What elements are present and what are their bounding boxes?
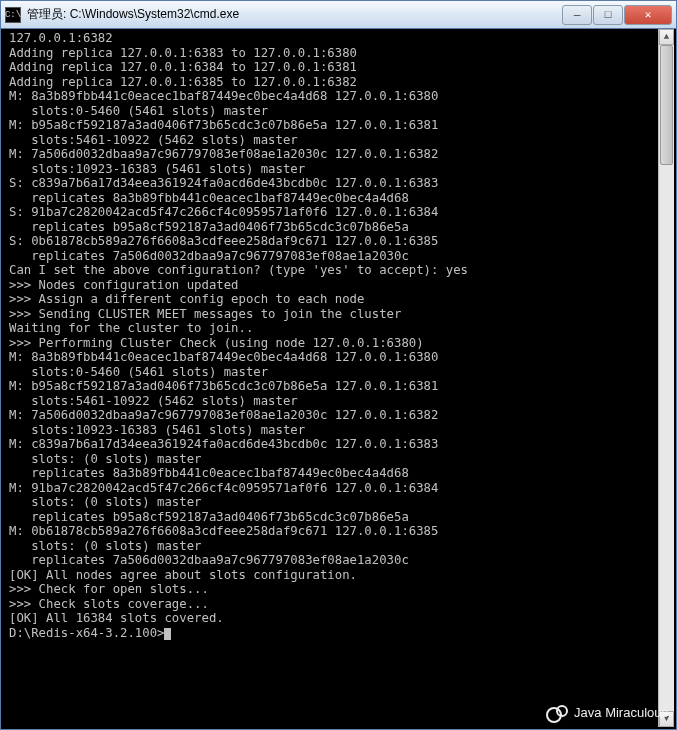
terminal-line: slots: (0 slots) master <box>9 495 652 510</box>
terminal-line: [OK] All nodes agree about slots configu… <box>9 568 652 583</box>
cmd-icon: C:\ <box>5 7 21 23</box>
titlebar[interactable]: C:\ 管理员: C:\Windows\System32\cmd.exe — □… <box>1 1 676 29</box>
terminal-line: M: b95a8cf592187a3ad0406f73b65cdc3c07b86… <box>9 379 652 394</box>
terminal-line: M: 7a506d0032dbaa9a7c967797083ef08ae1a20… <box>9 408 652 423</box>
terminal-line: [OK] All 16384 slots covered. <box>9 611 652 626</box>
terminal-line: Adding replica 127.0.0.1:6385 to 127.0.0… <box>9 75 652 90</box>
terminal-line: replicates 7a506d0032dbaa9a7c967797083ef… <box>9 553 652 568</box>
vertical-scrollbar[interactable]: ▲ ▼ <box>658 29 674 727</box>
terminal-line: M: b95a8cf592187a3ad0406f73b65cdc3c07b86… <box>9 118 652 133</box>
terminal-line: replicates 8a3b89fbb441c0eacec1baf87449e… <box>9 466 652 481</box>
terminal-line: slots:5461-10922 (5462 slots) master <box>9 394 652 409</box>
terminal-line: replicates 8a3b89fbb441c0eacec1baf87449e… <box>9 191 652 206</box>
close-button[interactable]: ✕ <box>624 5 672 25</box>
watermark: Java Miraculous <box>546 703 668 721</box>
watermark-text: Java Miraculous <box>574 705 668 720</box>
terminal-line: M: c839a7b6a17d34eea361924fa0acd6de43bcd… <box>9 437 652 452</box>
terminal-line: >>> Sending CLUSTER MEET messages to joi… <box>9 307 652 322</box>
terminal-line: M: 0b61878cb589a276f6608a3cdfeee258daf9c… <box>9 524 652 539</box>
scroll-track[interactable] <box>659 45 674 711</box>
window-title: 管理员: C:\Windows\System32\cmd.exe <box>27 6 562 23</box>
terminal-line: M: 8a3b89fbb441c0eacec1baf87449ec0bec4a4… <box>9 350 652 365</box>
terminal-line: Adding replica 127.0.0.1:6384 to 127.0.0… <box>9 60 652 75</box>
terminal-line: >>> Check for open slots... <box>9 582 652 597</box>
terminal-line: Can I set the above configuration? (type… <box>9 263 652 278</box>
terminal-line: slots:5461-10922 (5462 slots) master <box>9 133 652 148</box>
terminal-line: Waiting for the cluster to join.. <box>9 321 652 336</box>
wechat-icon <box>546 703 568 721</box>
maximize-button[interactable]: □ <box>593 5 623 25</box>
window-controls: — □ ✕ <box>562 5 672 25</box>
terminal-line: S: 91ba7c2820042acd5f47c266cf4c0959571af… <box>9 205 652 220</box>
terminal-line: >>> Assign a different config epoch to e… <box>9 292 652 307</box>
terminal-line: replicates b95a8cf592187a3ad0406f73b65cd… <box>9 510 652 525</box>
terminal-line: slots:10923-16383 (5461 slots) master <box>9 423 652 438</box>
terminal-line: M: 8a3b89fbb441c0eacec1baf87449ec0bec4a4… <box>9 89 652 104</box>
terminal-line: S: c839a7b6a17d34eea361924fa0acd6de43bcd… <box>9 176 652 191</box>
terminal-line: slots:10923-16383 (5461 slots) master <box>9 162 652 177</box>
cmd-window: C:\ 管理员: C:\Windows\System32\cmd.exe — □… <box>0 0 677 730</box>
minimize-button[interactable]: — <box>562 5 592 25</box>
terminal-output[interactable]: 127.0.0.1:6382Adding replica 127.0.0.1:6… <box>3 29 658 727</box>
terminal-line: >>> Nodes configuration updated <box>9 278 652 293</box>
scroll-thumb[interactable] <box>660 45 673 165</box>
terminal-line: replicates 7a506d0032dbaa9a7c967797083ef… <box>9 249 652 264</box>
cursor <box>164 628 171 640</box>
terminal-line: D:\Redis-x64-3.2.100> <box>9 626 652 641</box>
scroll-up-button[interactable]: ▲ <box>659 29 674 45</box>
terminal-line: M: 91ba7c2820042acd5f47c266cf4c0959571af… <box>9 481 652 496</box>
terminal-line: slots:0-5460 (5461 slots) master <box>9 365 652 380</box>
terminal-line: slots: (0 slots) master <box>9 539 652 554</box>
terminal-line: slots: (0 slots) master <box>9 452 652 467</box>
terminal-line: M: 7a506d0032dbaa9a7c967797083ef08ae1a20… <box>9 147 652 162</box>
terminal-line: 127.0.0.1:6382 <box>9 31 652 46</box>
terminal-line: Adding replica 127.0.0.1:6383 to 127.0.0… <box>9 46 652 61</box>
terminal-line: >>> Performing Cluster Check (using node… <box>9 336 652 351</box>
terminal-line: >>> Check slots coverage... <box>9 597 652 612</box>
terminal-line: slots:0-5460 (5461 slots) master <box>9 104 652 119</box>
terminal-line: replicates b95a8cf592187a3ad0406f73b65cd… <box>9 220 652 235</box>
terminal-line: S: 0b61878cb589a276f6608a3cdfeee258daf9c… <box>9 234 652 249</box>
